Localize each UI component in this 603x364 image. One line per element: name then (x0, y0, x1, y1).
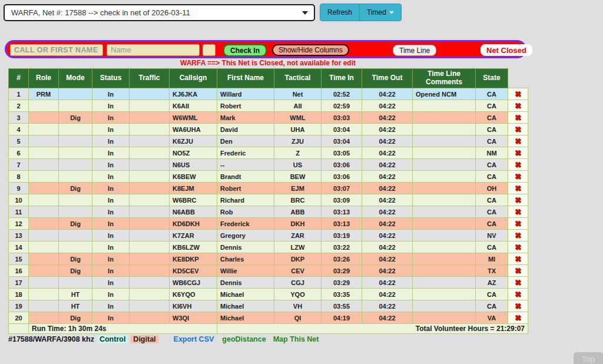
cell-num: 3 (9, 112, 29, 124)
cell-role (29, 147, 59, 159)
delete-icon[interactable]: ✖ (511, 135, 525, 147)
map-this-net-link[interactable]: Map This Net (273, 335, 319, 343)
cell-role (29, 100, 59, 112)
cell-tactical: Net (274, 88, 322, 100)
delete-icon[interactable]: ✖ (511, 112, 525, 123)
cell-delete: ✖ (508, 289, 528, 300)
cell-role (29, 253, 59, 265)
delete-icon[interactable]: ✖ (511, 88, 525, 100)
cell-traffic (130, 253, 170, 265)
cell-role (29, 241, 59, 253)
cell-time_out: 04:22 (362, 218, 413, 230)
cell-role (29, 265, 59, 277)
delete-icon[interactable]: ✖ (511, 124, 525, 135)
cell-callsign: WA6UHA (170, 124, 217, 135)
name-input[interactable] (107, 44, 200, 56)
cell-traffic (130, 194, 170, 206)
cell-first_name: Frederic (217, 147, 274, 159)
delete-icon[interactable]: ✖ (511, 171, 525, 182)
cell-first_name: Dennis (217, 241, 274, 253)
cell-comments (413, 147, 476, 159)
table-row: 14InKB6LZWDennisLZW03:2204:22CA✖ (9, 241, 528, 253)
delete-icon[interactable]: ✖ (511, 194, 525, 206)
cell-callsign: K6AII (170, 100, 217, 112)
delete-icon[interactable]: ✖ (511, 300, 525, 312)
cell-tactical: WML (274, 112, 322, 124)
cell-role (29, 194, 59, 206)
delete-icon[interactable]: ✖ (511, 230, 525, 241)
show-hide-columns-button[interactable]: Show/Hide Columns (272, 44, 349, 56)
bottom-info-bar: #17588/WARFA/3908 khz Control Digital Ex… (8, 335, 319, 343)
table-row: 17InWB6CGJDennisCGJ03:2904:22AZ✖ (9, 277, 528, 289)
cell-callsign: W3QI (170, 312, 217, 324)
net-select-dropdown[interactable]: WARFA, Net #: 17588 --> check in net of … (4, 4, 315, 21)
cell-callsign: KJ6JKA (170, 88, 217, 100)
delete-icon[interactable]: ✖ (511, 218, 525, 229)
cell-mode (59, 88, 92, 100)
delete-icon[interactable]: ✖ (511, 265, 525, 276)
cell-status: In (92, 88, 130, 100)
cell-role (29, 230, 59, 241)
mini-input[interactable] (203, 44, 216, 56)
timed-button-label: Timed (367, 8, 386, 16)
cell-time_out: 04:22 (362, 289, 413, 300)
cell-mode (59, 159, 92, 171)
delete-icon[interactable]: ✖ (511, 312, 525, 323)
delete-icon[interactable]: ✖ (511, 159, 525, 170)
cell-status: In (92, 265, 130, 277)
cell-time_in: 03:04 (322, 124, 362, 135)
cell-status: In (92, 241, 130, 253)
digital-link[interactable]: Digital (131, 335, 158, 343)
delete-icon[interactable]: ✖ (511, 253, 525, 264)
net-select-value: WARFA, Net #: 17588 --> check in net of … (11, 8, 190, 17)
cell-role (29, 159, 59, 171)
cell-role (29, 289, 59, 300)
export-csv-link[interactable]: Export CSV (174, 335, 214, 343)
cell-time_in: 02:59 (322, 100, 362, 112)
cell-delete: ✖ (508, 300, 528, 312)
cell-delete: ✖ (508, 112, 528, 124)
delete-icon[interactable]: ✖ (511, 183, 525, 194)
cell-time_in: 03:06 (322, 159, 362, 171)
net-closed-warning: WARFA ==> This Net is Closed, not availa… (8, 59, 528, 67)
cell-time_in: 03:55 (322, 300, 362, 312)
cell-tactical: EJM (274, 183, 322, 194)
delete-icon[interactable]: ✖ (511, 289, 525, 300)
cell-comments (413, 312, 476, 324)
cell-mode: Dig (59, 253, 92, 265)
cell-time_out: 04:22 (362, 124, 413, 135)
cell-num: 7 (9, 159, 29, 171)
cell-time_out: 04:22 (362, 230, 413, 241)
cell-num: 14 (9, 241, 29, 253)
back-to-top-button[interactable]: Top (574, 352, 603, 364)
call-or-name-input[interactable] (10, 44, 103, 56)
cell-num: 11 (9, 206, 29, 218)
cell-state: CA (476, 100, 508, 112)
refresh-button[interactable]: Refresh (320, 4, 359, 21)
cell-delete: ✖ (508, 312, 528, 324)
cell-first_name: Rob (217, 206, 274, 218)
cell-mode (59, 230, 92, 241)
delete-icon[interactable]: ✖ (511, 147, 525, 158)
cell-num: 15 (9, 253, 29, 265)
cell-first_name: Robert (217, 183, 274, 194)
table-header-row: #RoleModeStatusTrafficCallsignFirst Name… (9, 69, 528, 88)
delete-icon[interactable]: ✖ (511, 241, 525, 253)
delete-icon[interactable]: ✖ (511, 100, 525, 111)
delete-icon[interactable]: ✖ (511, 277, 525, 288)
column-header: Traffic (130, 69, 170, 88)
cell-traffic (130, 124, 170, 135)
cell-tactical: ABB (274, 206, 322, 218)
time-line-button[interactable]: Time Line (393, 45, 436, 56)
timed-dropdown-button[interactable]: Timed (359, 4, 401, 21)
cell-status: In (92, 277, 130, 289)
geodistance-link[interactable]: geoDistance (222, 335, 266, 343)
cell-time_in: 03:35 (322, 289, 362, 300)
cell-num: 1 (9, 88, 29, 100)
cell-comments: Opened NCM (413, 88, 476, 100)
control-link[interactable]: Control (97, 335, 128, 343)
cell-first_name: Gregory (217, 230, 274, 241)
cell-time_out: 04:22 (362, 171, 413, 183)
delete-icon[interactable]: ✖ (511, 206, 525, 217)
check-in-button[interactable]: Check In (223, 44, 267, 57)
